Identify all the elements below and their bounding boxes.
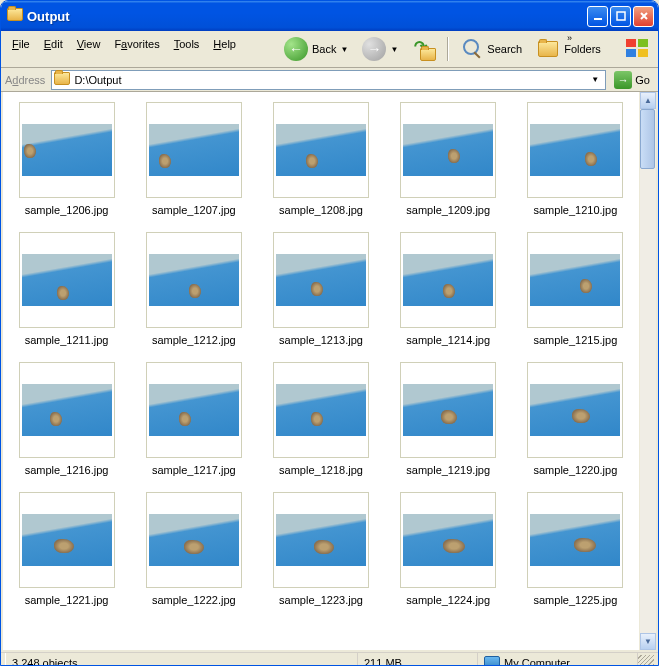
thumbnail: [19, 232, 115, 328]
statusbar: 3,248 objects 211 MB My Computer: [1, 652, 658, 666]
menu-view[interactable]: View: [70, 35, 108, 53]
computer-icon: [484, 656, 500, 667]
file-item[interactable]: sample_1225.jpg: [516, 492, 635, 606]
file-item[interactable]: sample_1212.jpg: [134, 232, 253, 346]
file-item[interactable]: sample_1211.jpg: [7, 232, 126, 346]
file-name: sample_1210.jpg: [533, 204, 617, 216]
thumbnail-image: [530, 514, 620, 566]
thumbnail: [400, 102, 496, 198]
file-name: sample_1211.jpg: [25, 334, 109, 346]
scroll-down-button[interactable]: ▼: [640, 633, 656, 650]
thumbnail-image: [530, 124, 620, 176]
search-button[interactable]: Search: [453, 35, 528, 63]
folder-icon: [54, 72, 70, 88]
up-button[interactable]: ↷: [406, 35, 442, 63]
scroll-up-button[interactable]: ▲: [640, 92, 656, 109]
svg-rect-5: [638, 49, 648, 57]
resize-grip[interactable]: [638, 655, 654, 667]
file-name: sample_1209.jpg: [406, 204, 490, 216]
status-size: 211 MB: [358, 653, 478, 666]
status-objects: 3,248 objects: [5, 653, 358, 666]
maximize-button[interactable]: [610, 6, 631, 27]
menubar: File Edit View Favorites Tools Help: [1, 31, 271, 57]
file-item[interactable]: sample_1224.jpg: [389, 492, 508, 606]
menu-help[interactable]: Help: [206, 35, 243, 53]
file-item[interactable]: sample_1207.jpg: [134, 102, 253, 216]
file-name: sample_1217.jpg: [152, 464, 236, 476]
file-item[interactable]: sample_1222.jpg: [134, 492, 253, 606]
minimize-button[interactable]: [587, 6, 608, 27]
thumbnail: [146, 492, 242, 588]
thumbnail-image: [276, 124, 366, 176]
close-button[interactable]: [633, 6, 654, 27]
go-icon: →: [614, 71, 632, 89]
scroll-thumb[interactable]: [640, 109, 655, 169]
file-item[interactable]: sample_1214.jpg: [389, 232, 508, 346]
thumbnail: [527, 362, 623, 458]
file-item[interactable]: sample_1213.jpg: [261, 232, 380, 346]
thumbnail: [527, 232, 623, 328]
file-item[interactable]: sample_1219.jpg: [389, 362, 508, 476]
thumbnail-image: [149, 254, 239, 306]
menu-favorites[interactable]: Favorites: [107, 35, 166, 53]
thumbnail-image: [276, 384, 366, 436]
folders-label: Folders: [564, 43, 601, 55]
thumbnail-image: [22, 384, 112, 436]
menu-file[interactable]: File: [5, 35, 37, 53]
file-name: sample_1208.jpg: [279, 204, 363, 216]
svg-rect-1: [617, 12, 625, 20]
file-item[interactable]: sample_1218.jpg: [261, 362, 380, 476]
address-combo[interactable]: ▼: [51, 70, 606, 90]
file-item[interactable]: sample_1206.jpg: [7, 102, 126, 216]
chevron-down-icon[interactable]: ▼: [587, 75, 603, 84]
up-icon: ↷: [412, 37, 436, 61]
menu-tools[interactable]: Tools: [167, 35, 207, 53]
forward-button[interactable]: → ▼: [356, 35, 404, 63]
address-input[interactable]: [74, 74, 587, 86]
thumbnail-image: [149, 384, 239, 436]
file-item[interactable]: sample_1217.jpg: [134, 362, 253, 476]
thumbnail-image: [403, 384, 493, 436]
file-item[interactable]: sample_1223.jpg: [261, 492, 380, 606]
file-item[interactable]: sample_1208.jpg: [261, 102, 380, 216]
thumbnail: [19, 492, 115, 588]
thumbnail: [273, 232, 369, 328]
file-item[interactable]: sample_1209.jpg: [389, 102, 508, 216]
file-item[interactable]: sample_1215.jpg: [516, 232, 635, 346]
file-name: sample_1225.jpg: [533, 594, 617, 606]
file-item[interactable]: sample_1221.jpg: [7, 492, 126, 606]
back-button[interactable]: ← Back ▼: [278, 35, 354, 63]
thumbnail: [527, 102, 623, 198]
thumbnail-image: [22, 514, 112, 566]
thumbnail-image: [530, 384, 620, 436]
file-name: sample_1219.jpg: [406, 464, 490, 476]
windows-flag-icon: [618, 31, 658, 67]
menu-edit[interactable]: Edit: [37, 35, 70, 53]
file-name: sample_1214.jpg: [406, 334, 490, 346]
thumbnail: [273, 362, 369, 458]
thumbnail-image: [403, 514, 493, 566]
file-item[interactable]: sample_1220.jpg: [516, 362, 635, 476]
go-label: Go: [635, 74, 650, 86]
thumbnail: [273, 102, 369, 198]
vertical-scrollbar[interactable]: ▲ ▼: [639, 92, 656, 650]
thumbnail: [527, 492, 623, 588]
address-bar: Address ▼ → Go: [1, 68, 658, 92]
chevron-down-icon: ▼: [340, 45, 348, 54]
search-label: Search: [487, 43, 522, 55]
search-icon: [459, 37, 483, 61]
forward-icon: →: [362, 37, 386, 61]
status-location: My Computer: [478, 653, 638, 666]
thumbnail-image: [530, 254, 620, 306]
address-label: Address: [5, 74, 45, 86]
folders-icon: [536, 37, 560, 61]
file-item[interactable]: sample_1210.jpg: [516, 102, 635, 216]
go-button[interactable]: → Go: [610, 69, 654, 91]
file-name: sample_1221.jpg: [25, 594, 109, 606]
file-name: sample_1218.jpg: [279, 464, 363, 476]
file-item[interactable]: sample_1216.jpg: [7, 362, 126, 476]
file-name: sample_1207.jpg: [152, 204, 236, 216]
overflow-icon[interactable]: »: [567, 33, 572, 43]
thumbnail-image: [22, 124, 112, 176]
thumbnail-image: [276, 514, 366, 566]
